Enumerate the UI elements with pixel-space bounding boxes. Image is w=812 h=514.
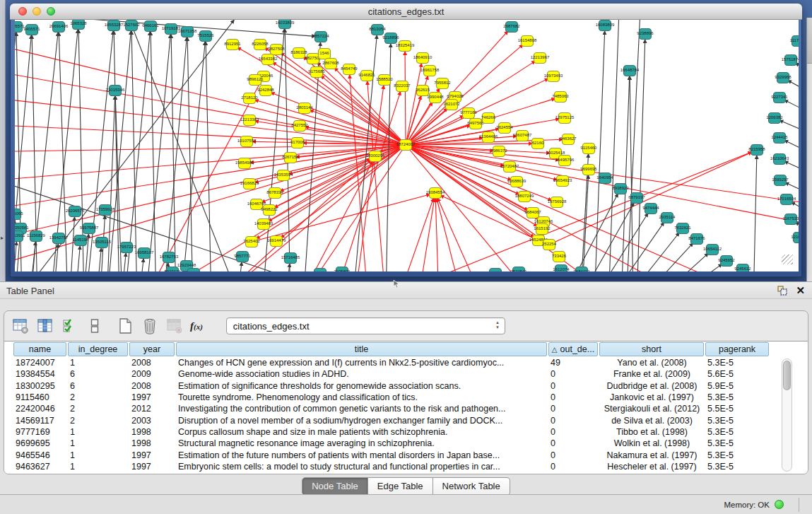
tab-node-table[interactable]: Node Table	[302, 477, 368, 496]
attribute-table: namein_degreeyeartitle△out_de...shortpag…	[4, 341, 808, 474]
column-header-year[interactable]: year	[129, 342, 175, 356]
table-row[interactable]: 977716911998Corpus callosum shape and si…	[13, 426, 808, 438]
graph-edge	[788, 81, 799, 99]
table-row[interactable]: 1938455462009Genome-wide association stu…	[13, 368, 808, 380]
table-row[interactable]: 969969511998Structural magnetic resonanc…	[13, 438, 808, 449]
table-selector-value: citations_edges.txt	[227, 321, 310, 332]
table-row[interactable]: 1456911722003Disruption of a novel membe…	[13, 414, 808, 426]
graph-edge	[151, 32, 156, 271]
table-row[interactable]: 1872400712008Changes of HCN gene express…	[13, 357, 808, 368]
graph-node-label: 10107552	[237, 139, 257, 143]
graph-node-label: 17359928	[96, 207, 115, 211]
checklist-button[interactable]	[61, 317, 79, 335]
column-header-pagerank[interactable]: pagerank	[705, 342, 769, 356]
graph-node-label: 917008	[290, 140, 305, 144]
column-header-out-de-[interactable]: △out_de...	[548, 342, 598, 356]
table-scrollbar[interactable]	[782, 358, 792, 472]
graph-node-label: 18807249	[515, 194, 534, 198]
graph-edge	[626, 20, 640, 271]
function-icon[interactable]: f(x)	[190, 320, 203, 332]
table-cell: Disruption of a novel member of a sodium…	[176, 416, 548, 426]
graph-node-label: 7632621	[674, 226, 691, 230]
graph-edge	[15, 145, 406, 211]
graph-node-label: 1615192	[534, 226, 551, 230]
east-panel-edge[interactable]	[806, 18, 812, 281]
graph-node-label: 1117421	[790, 38, 799, 42]
graph-node-label: 8350561	[15, 226, 29, 230]
float-window-icon[interactable]	[777, 286, 787, 296]
sort-ascending-icon: △	[552, 346, 558, 354]
table-cell: 19384554	[13, 369, 68, 379]
graph-node-label: 9777169	[460, 110, 477, 115]
graph-node-label: 8813054	[369, 27, 386, 31]
table-cell: 5.3E-5	[705, 358, 770, 368]
graph-node-label: 7857224	[312, 34, 329, 38]
graph-edge	[139, 259, 143, 271]
table-delete-disabled-button[interactable]	[165, 317, 184, 335]
close-panel-icon[interactable]: ✕	[796, 285, 805, 296]
graph-node-label: 9245113	[312, 271, 329, 271]
column-header-in-degree[interactable]: in_degree	[68, 342, 128, 356]
memory-status-label: Memory: OK	[724, 501, 770, 509]
graph-node-label: 7485063	[552, 94, 569, 98]
column-header-short[interactable]: short	[599, 342, 704, 356]
graph-node-label: 10607487	[513, 133, 532, 137]
graph-node-label: 9146821	[358, 73, 375, 77]
graph-node-label: 8226058	[252, 42, 269, 46]
table-row[interactable]: 2242004622012Investigating the contribut…	[13, 403, 808, 414]
table-cell: 0	[548, 416, 599, 426]
graph-node-label: 8322037	[394, 83, 411, 88]
column-header-title[interactable]: title	[176, 342, 547, 356]
network-canvas[interactable]: 8405571940557120691406106532810553287152…	[15, 20, 799, 271]
graph-node-label: 19756928	[548, 199, 567, 204]
graph-node-label: 18640910	[413, 55, 433, 59]
graph-node-label: 3624554	[496, 125, 513, 129]
graph-edge	[206, 42, 211, 271]
graph-edge	[637, 243, 693, 271]
rows-button[interactable]	[86, 317, 104, 335]
table-gear-button[interactable]	[11, 317, 30, 335]
graph-node-label: 9857771	[234, 254, 251, 258]
graph-node-label: 9242848	[257, 88, 274, 92]
window-resize-grip[interactable]	[782, 255, 793, 264]
graph-node-label: 1612074	[553, 267, 570, 271]
graph-node-label: 1065328	[70, 21, 87, 25]
scrollbar-thumb[interactable]	[783, 361, 791, 390]
graph-node-label: 8471676	[688, 236, 705, 240]
graph-node-label: 14353594	[274, 173, 293, 177]
table-cell: 5.3E-5	[705, 416, 770, 426]
panel-expand-arrow-icon[interactable]: ▸	[1, 235, 4, 241]
graph-node-label: 16495796	[555, 158, 575, 162]
table-cell: 2012	[129, 404, 176, 414]
graph-node-label: 746266	[481, 115, 496, 119]
table-column-button[interactable]	[36, 317, 54, 335]
west-panel-edge[interactable]: ▸	[0, 0, 6, 281]
network-window-titlebar[interactable]: citations_edges.txt	[10, 4, 802, 20]
table-cell: 1	[68, 462, 129, 472]
graph-edge	[69, 217, 75, 271]
tab-edge-table[interactable]: Edge Table	[368, 477, 433, 496]
table-cell: Tourette syndrome. Phenomenology and cla…	[176, 392, 548, 402]
column-header-name[interactable]: name	[13, 342, 66, 356]
new-document-button[interactable]	[116, 317, 134, 335]
table-row[interactable]: 1830029562008Estimation of significance …	[13, 380, 808, 392]
graph-edge	[130, 21, 241, 271]
table-row[interactable]: 946554611997Estimation of the future num…	[13, 449, 808, 460]
table-cell: Hescheler et al. (1997)	[599, 462, 705, 472]
table-cell: Estimation of the future numbers of pati…	[176, 450, 548, 460]
tab-network-table[interactable]: Network Table	[433, 477, 510, 496]
table-row[interactable]: 946362711997Embryonic stem cells: a mode…	[13, 461, 808, 472]
network-window-title: citations_edges.txt	[10, 6, 802, 17]
graph-node-label: 19854985	[235, 160, 254, 165]
network-window: citations_edges.txt 84055719405571206914…	[10, 4, 802, 277]
table-cell: 0	[548, 450, 599, 460]
trash-button[interactable]	[141, 317, 159, 335]
graph-edge	[796, 63, 799, 79]
graph-node-label: 9498222	[261, 207, 278, 211]
table-cell: 5.3E-5	[705, 392, 770, 402]
table-selector-dropdown[interactable]: citations_edges.txt ▲▼	[226, 317, 505, 334]
table-row[interactable]: 911546021997Tourette syndrome. Phenomeno…	[13, 392, 808, 403]
graph-node-label: 15720487	[500, 164, 519, 168]
checklist-icon	[62, 318, 78, 334]
graph-node-label: 62160	[532, 141, 544, 145]
